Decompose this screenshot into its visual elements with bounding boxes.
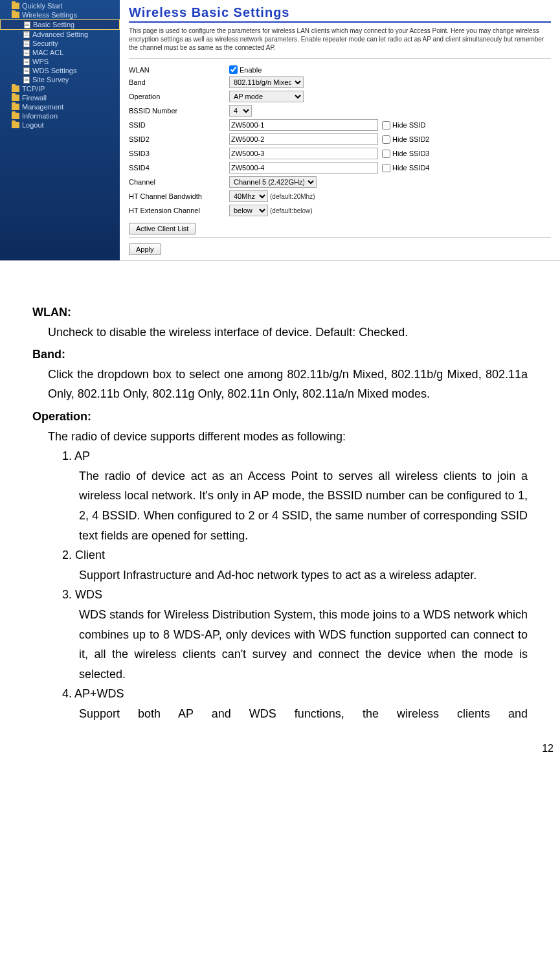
band-select[interactable]: 802.11b/g/n Mixed	[229, 76, 304, 88]
active-client-list-button[interactable]: Active Client List	[129, 223, 196, 234]
folder-icon	[12, 95, 19, 101]
panel-title: Wireless Basic Settings	[129, 5, 551, 23]
item-client: 2. Client	[32, 545, 528, 565]
sidebar-item-label: Advanced Setting	[32, 30, 88, 38]
band-term: Band:	[32, 345, 528, 365]
document-body: WLAN: Uncheck to disable the wireless in…	[0, 261, 560, 730]
document-icon	[23, 40, 30, 47]
item-client-desc: Support Infrastructure and Ad-hoc networ…	[32, 565, 528, 585]
item-ap-desc: The radio of device act as an Access Poi…	[32, 466, 528, 545]
ssid3-input[interactable]	[229, 148, 378, 159]
wlan-desc: Uncheck to disable the wireless interfac…	[32, 323, 528, 343]
folder-icon	[12, 122, 19, 128]
htext-default: (default:below)	[270, 207, 313, 214]
band-desc: Click the dropdown box to select one amo…	[32, 365, 528, 404]
sidebar-item-wds-settings[interactable]: WDS Settings	[0, 66, 120, 75]
ssid2-label: SSID2	[129, 135, 229, 143]
document-icon	[23, 31, 30, 38]
divider	[129, 58, 551, 59]
sidebar-item-label: WPS	[32, 58, 49, 65]
document-icon	[23, 76, 30, 84]
sidebar-item-logout[interactable]: Logout	[0, 120, 120, 130]
htext-select[interactable]: below	[229, 205, 268, 216]
sidebar-item-wps[interactable]: WPS	[0, 57, 120, 66]
sidebar-item-label: Logout	[22, 121, 44, 129]
main-panel: Wireless Basic Settings This page is use…	[120, 0, 560, 260]
hide-ssid3-label: Hide SSID3	[392, 150, 429, 157]
document-icon	[24, 21, 30, 28]
folder-icon	[12, 3, 19, 9]
sidebar-item-firewall[interactable]: Firewall	[0, 93, 120, 102]
hide-ssid4-label: Hide SSID4	[392, 164, 429, 172]
ssid-label: SSID	[129, 121, 229, 129]
folder-icon	[12, 113, 19, 119]
panel-description: This page is used to configure the param…	[129, 27, 551, 52]
ssid2-input[interactable]	[229, 133, 378, 145]
sidebar-item-mac-acl[interactable]: MAC ACL	[0, 48, 120, 57]
divider	[129, 237, 551, 238]
sidebar-nav: Quickly StartWireless SettingsBasic Sett…	[0, 0, 120, 260]
hide-ssid-label: Hide SSID	[392, 121, 425, 129]
wlan-label: WLAN	[129, 66, 229, 74]
folder-icon	[12, 104, 19, 110]
sidebar-item-basic-setting[interactable]: Basic Setting	[0, 19, 120, 30]
operation-term: Operation:	[32, 407, 528, 427]
operation-select[interactable]: AP mode	[229, 91, 304, 102]
sidebar-item-wireless-settings[interactable]: Wireless Settings	[0, 10, 120, 19]
htbw-label: HT Channel Bandwidth	[129, 192, 229, 200]
ssid-input[interactable]	[229, 119, 378, 131]
sidebar-item-label: WDS Settings	[32, 67, 76, 74]
band-label: Band	[129, 78, 229, 86]
sidebar-item-management[interactable]: Management	[0, 102, 120, 111]
item-ap: 1. AP	[32, 446, 528, 466]
wlan-enable-text: Enable	[240, 66, 262, 74]
sidebar-item-tcp/ip[interactable]: TCP/IP	[0, 84, 120, 93]
bssid-select[interactable]: 4	[229, 105, 252, 117]
sidebar-item-information[interactable]: Information	[0, 111, 120, 120]
wlan-enable-checkbox[interactable]	[229, 65, 238, 74]
sidebar-item-label: Security	[32, 40, 58, 47]
htbw-default: (default:20Mhz)	[270, 193, 315, 200]
item-wds: 3. WDS	[32, 585, 528, 605]
page-number: 12	[0, 730, 560, 761]
sidebar-item-label: MAC ACL	[32, 49, 63, 56]
htext-label: HT Extension Channel	[129, 207, 229, 214]
sidebar-item-label: Site Survey	[32, 76, 69, 84]
sidebar-item-quickly-start[interactable]: Quickly Start	[0, 1, 120, 10]
document-icon	[23, 67, 30, 74]
sidebar-item-label: Management	[22, 103, 63, 111]
folder-icon	[12, 85, 19, 92]
bssid-label: BSSID Number	[129, 107, 229, 115]
sidebar-item-label: Wireless Settings	[22, 11, 77, 19]
ssid3-label: SSID3	[129, 150, 229, 157]
item-apwds-desc: Support both AP and WDS functions, the w…	[32, 704, 528, 724]
channel-select[interactable]: Channel 5 (2.422GHz)	[229, 176, 317, 188]
sidebar-item-site-survey[interactable]: Site Survey	[0, 75, 120, 84]
operation-desc: The radio of device supports different m…	[32, 427, 528, 447]
wlan-term: WLAN:	[32, 302, 528, 323]
apply-button[interactable]: Apply	[129, 244, 161, 255]
sidebar-item-label: Basic Setting	[33, 21, 74, 28]
document-icon	[23, 58, 30, 65]
hide-ssid2-checkbox[interactable]	[382, 135, 390, 144]
folder-icon	[12, 12, 19, 18]
sidebar-item-label: Quickly Start	[22, 2, 62, 10]
channel-label: Channel	[129, 178, 229, 186]
htbw-select[interactable]: 40Mhz	[229, 190, 268, 202]
operation-label: Operation	[129, 93, 229, 100]
item-wds-desc: WDS stands for Wireless Distribution Sys…	[32, 605, 528, 684]
sidebar-item-label: Firewall	[22, 94, 47, 102]
hide-ssid4-checkbox[interactable]	[382, 164, 390, 172]
sidebar-item-label: TCP/IP	[22, 85, 45, 93]
hide-ssid-checkbox[interactable]	[382, 121, 390, 130]
item-apwds: 4. AP+WDS	[32, 684, 528, 704]
sidebar-item-advanced-setting[interactable]: Advanced Setting	[0, 30, 120, 39]
sidebar-item-security[interactable]: Security	[0, 39, 120, 48]
hide-ssid3-checkbox[interactable]	[382, 150, 390, 158]
sidebar-item-label: Information	[22, 112, 58, 120]
ssid4-label: SSID4	[129, 164, 229, 172]
ssid4-input[interactable]	[229, 162, 378, 174]
document-icon	[23, 49, 30, 56]
hide-ssid2-label: Hide SSID2	[392, 135, 429, 143]
